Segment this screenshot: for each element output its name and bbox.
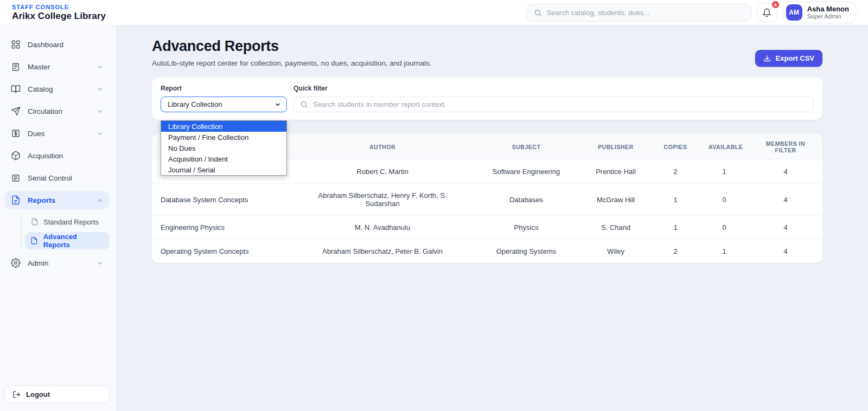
global-search-input[interactable]: [547, 9, 744, 17]
quick-filter-label: Quick filter: [293, 85, 814, 92]
book-icon: [10, 84, 21, 94]
report-filter: Report Library Collection Library Collec…: [161, 85, 287, 111]
chevron-down-icon: [97, 86, 104, 93]
dollar-icon: [10, 129, 21, 139]
notification-badge: 4: [771, 0, 780, 9]
page-subtitle: AutoLib-style report center for collecti…: [152, 59, 432, 67]
column-author: AUTHOR: [293, 134, 472, 160]
select-option[interactable]: Library Collection: [161, 121, 286, 132]
user-role: Super Admin: [807, 13, 849, 20]
chevron-down-icon: [97, 108, 104, 115]
quick-filter-input[interactable]: [293, 97, 814, 112]
sidebar-item-standard-reports[interactable]: Standard Reports: [25, 213, 110, 230]
sidebar-item-catalog[interactable]: Catalog: [4, 80, 110, 98]
sidebar: Dashboard Master Catalog Circulation Due…: [0, 25, 117, 411]
top-bar: STAFF CONSOLE Arikx College Library 4 AM…: [0, 0, 868, 25]
column-copies: COPIES: [651, 134, 700, 160]
app-root: STAFF CONSOLE Arikx College Library 4 AM…: [0, 0, 868, 411]
export-csv-button[interactable]: Export CSV: [755, 50, 822, 67]
package-icon: [10, 151, 21, 161]
main-content: Advanced Reports AutoLib-style report ce…: [117, 25, 868, 411]
page-title: Advanced Reports: [152, 38, 432, 55]
sidebar-item-dashboard[interactable]: Dashboard: [4, 35, 110, 54]
column-members: MEMBERS IN FILTER: [749, 134, 822, 160]
column-available: AVAILABLE: [700, 134, 749, 160]
chevron-down-icon: [97, 63, 104, 70]
newspaper-icon: [10, 173, 21, 183]
report-select[interactable]: Library Collection: [161, 97, 287, 112]
bell-icon: [762, 8, 771, 17]
chevron-up-icon: [97, 197, 104, 204]
download-icon: [763, 55, 771, 62]
table-row[interactable]: Operating System Concepts Abraham Silber…: [152, 240, 822, 264]
filter-panel: Report Library Collection Library Collec…: [152, 78, 822, 120]
reports-submenu: Standard Reports Advanced Reports: [21, 213, 110, 249]
table-row[interactable]: Database System Concepts Abraham Silbers…: [152, 184, 822, 216]
sidebar-item-admin[interactable]: Admin: [4, 254, 110, 272]
select-option[interactable]: Acquisition / Indent: [161, 153, 286, 164]
sidebar-item-circulation[interactable]: Circulation: [4, 102, 110, 120]
file-icon: [30, 218, 39, 226]
sidebar-item-acquisition[interactable]: Acquisition: [4, 146, 110, 165]
report-label: Report: [161, 85, 287, 92]
gear-icon: [10, 258, 21, 268]
chevron-down-icon: [97, 260, 104, 267]
quick-filter: Quick filter: [293, 85, 814, 111]
select-option[interactable]: No Dues: [161, 143, 286, 153]
logout-icon: [12, 390, 21, 399]
logout-button[interactable]: Logout: [4, 386, 110, 403]
file-icon: [30, 237, 39, 245]
report-select-value: Library Collection: [168, 100, 222, 108]
column-subject: SUBJECT: [472, 134, 580, 160]
sidebar-item-master[interactable]: Master: [4, 57, 110, 76]
sidebar-item-advanced-reports[interactable]: Advanced Reports: [25, 232, 110, 249]
select-option[interactable]: Journal / Serial: [161, 164, 286, 175]
sidebar-item-dues[interactable]: Dues: [4, 124, 110, 143]
sidebar-item-reports[interactable]: Reports: [4, 191, 110, 209]
notifications-button[interactable]: 4: [757, 3, 777, 22]
report-select-dropdown: Library Collection Payment / Fine Collec…: [161, 120, 287, 176]
select-option[interactable]: Payment / Fine Collection: [161, 132, 286, 143]
page-header: Advanced Reports AutoLib-style report ce…: [152, 38, 822, 67]
app-title: Arikx College Library: [12, 11, 106, 22]
staff-console-label: STAFF CONSOLE: [12, 4, 106, 10]
chevron-down-icon: [97, 130, 104, 137]
send-icon: [10, 106, 21, 117]
global-search[interactable]: [526, 4, 751, 22]
dashboard-grid-icon: [10, 40, 21, 50]
user-name: Asha Menon: [807, 5, 849, 13]
app-shell: Dashboard Master Catalog Circulation Due…: [0, 25, 868, 411]
search-icon: [534, 9, 542, 17]
file-text-icon: [10, 195, 21, 206]
table-row[interactable]: Engineering Physics M. N. Avadhanulu Phy…: [152, 216, 822, 240]
sidebar-item-serial-control[interactable]: Serial Control: [4, 169, 110, 187]
building-icon: [10, 62, 21, 72]
column-publisher: PUBLISHER: [580, 134, 651, 160]
brand: STAFF CONSOLE Arikx College Library: [12, 4, 106, 22]
topbar-actions: 4 AM Asha Menon Super Admin: [526, 2, 856, 23]
avatar: AM: [786, 4, 802, 21]
user-profile[interactable]: AM Asha Menon Super Admin: [783, 2, 856, 23]
chevron-down-icon: [275, 101, 281, 108]
search-icon: [300, 100, 308, 108]
